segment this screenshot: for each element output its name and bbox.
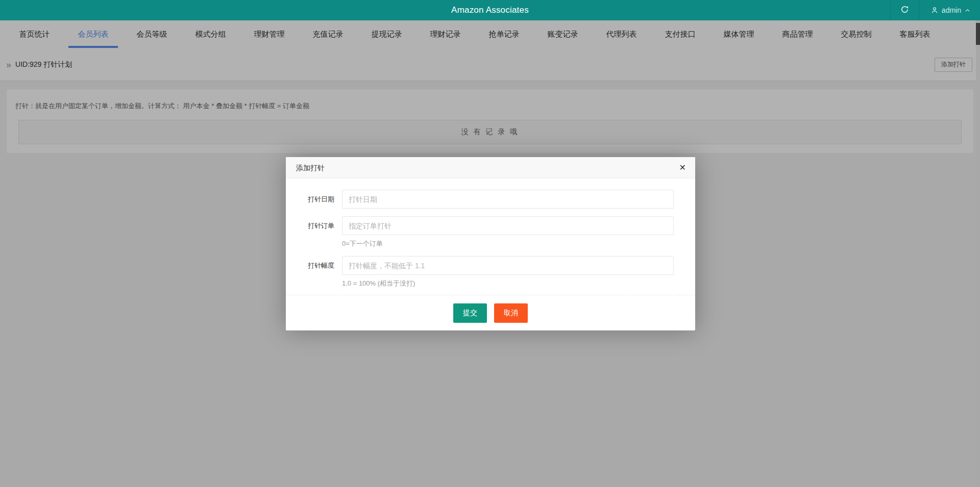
username: admin: [942, 6, 961, 14]
app-title: Amazon Associates: [0, 0, 980, 20]
inject-rate-field: 1.0 = 100% (相当于没打): [342, 256, 674, 288]
submit-button[interactable]: 提交: [453, 303, 487, 323]
inject-order-help-text: 0=下一个订单: [342, 239, 674, 248]
inject-order-input[interactable]: [342, 216, 674, 235]
header-right-controls: admin: [890, 0, 980, 20]
form-row-inject-date: 打针日期: [286, 190, 695, 209]
inject-rate-label: 打针幅度: [286, 256, 334, 275]
app-header: Amazon Associates admin: [0, 0, 980, 20]
inject-order-field: 0=下一个订单: [342, 216, 674, 248]
modal-title: 添加打针: [296, 164, 325, 172]
inject-date-field: [342, 190, 674, 209]
inject-date-input[interactable]: [342, 190, 674, 209]
cancel-button[interactable]: 取消: [494, 303, 528, 323]
form-row-inject-order: 打针订单0=下一个订单: [286, 216, 695, 248]
inject-order-label: 打针订单: [286, 216, 334, 235]
refresh-icon: [900, 5, 909, 15]
form-row-inject-rate: 打针幅度1.0 = 100% (相当于没打): [286, 256, 695, 288]
inject-rate-help-text: 1.0 = 100% (相当于没打): [342, 279, 674, 288]
close-icon[interactable]: ✕: [679, 157, 686, 178]
inject-rate-input[interactable]: [342, 256, 674, 275]
refresh-button[interactable]: [890, 0, 919, 20]
modal-footer: 提交 取消: [286, 295, 695, 330]
add-injection-modal: 添加打针 ✕ 打针日期打针订单0=下一个订单打针幅度1.0 = 100% (相当…: [286, 157, 695, 330]
inject-date-label: 打针日期: [286, 190, 334, 209]
modal-header: 添加打针 ✕: [286, 157, 695, 178]
user-icon: [930, 6, 939, 14]
caret-up-icon: [964, 7, 971, 14]
user-menu[interactable]: admin: [919, 0, 980, 20]
modal-form: 打针日期打针订单0=下一个订单打针幅度1.0 = 100% (相当于没打): [286, 178, 695, 288]
